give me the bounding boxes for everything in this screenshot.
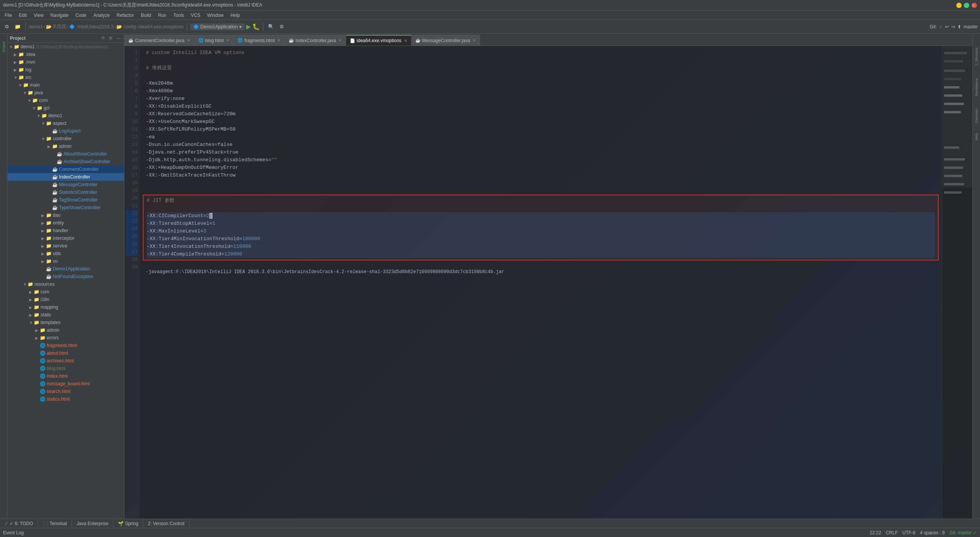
tab-spring[interactable]: 🌱 Spring — [113, 519, 143, 528]
tree-index-html[interactable]: ▶ 🌐 index.html — [8, 372, 124, 380]
tree-fragments-html[interactable]: ▶ 🌐 fragments.html — [8, 342, 124, 349]
tree-about[interactable]: ▶ ☕ AboutShowController — [8, 150, 124, 158]
project-icon[interactable]: Project — [0, 35, 8, 58]
menu-build[interactable]: Build — [138, 12, 154, 19]
tab-close-icon[interactable]: ✕ — [338, 38, 342, 43]
tree-mvn[interactable]: ▶ 📁 .mvn — [8, 58, 124, 66]
tab-close-icon[interactable]: ✕ — [404, 38, 407, 43]
debug-button[interactable]: 🐛 — [252, 23, 260, 30]
event-log-btn[interactable]: Event Log — [3, 530, 24, 535]
tab-todo[interactable]: ✓ ✓ 6: TODO — [0, 519, 38, 528]
tree-comment[interactable]: ▶ ☕ CommentController — [8, 165, 124, 173]
tree-mapping[interactable]: ▶ 📁 mapping — [8, 303, 124, 311]
tab-close-icon[interactable]: ✕ — [187, 38, 190, 43]
tree-search-html[interactable]: ▶ 🌐 search.html — [8, 388, 124, 395]
indent-indicator[interactable]: 4 spaces : 8 — [920, 530, 945, 535]
tree-demo1[interactable]: ▼ 📁 demo1 — [8, 112, 124, 120]
tree-gcl[interactable]: ▼ 📁 gcl — [8, 104, 124, 112]
tree-aspect[interactable]: ▼ 📁 aspect — [8, 120, 124, 127]
tree-blog-html[interactable]: ▶ 🌐 blog.html — [8, 365, 124, 372]
menu-view[interactable]: View — [31, 12, 47, 19]
persistence-icon[interactable]: Persistence — [973, 74, 980, 100]
menu-analyze[interactable]: Analyze — [90, 12, 113, 19]
tab-index-controller[interactable]: ☕ IndexController.java ✕ — [285, 35, 346, 46]
menu-run[interactable]: Run — [155, 12, 170, 19]
tree-logaspect[interactable]: ▶ ☕ LogAspect — [8, 127, 124, 135]
tree-statistics[interactable]: ▶ ☕ StatisticsController — [8, 188, 124, 196]
tree-resources[interactable]: ▼ 📁 resources — [8, 280, 124, 288]
tree-handler[interactable]: ▶ 📁 handler — [8, 227, 124, 234]
favorites-icon[interactable]: Favorites — [973, 104, 980, 127]
gear-icon[interactable]: ⚙ — [108, 35, 114, 41]
tree-utils[interactable]: ▶ 📁 utils — [8, 250, 124, 257]
tab-comment-controller[interactable]: ☕ CommentController.java ✕ — [124, 35, 194, 46]
search-everywhere-btn[interactable]: 🔍 — [266, 22, 276, 31]
tree-service[interactable]: ▶ 📁 service — [8, 242, 124, 250]
tree-statics-html[interactable]: ▶ 🌐 statics.html — [8, 395, 124, 403]
maximize-button[interactable]: □ — [964, 3, 969, 8]
tree-templates[interactable]: ▼ 📁 templates — [8, 319, 124, 326]
tree-i18n[interactable]: ▶ 📁 i18n — [8, 296, 124, 303]
tree-message-board-html[interactable]: ▶ 🌐 message_board.html — [8, 380, 124, 388]
tree-errors[interactable]: ▶ 📁 errors — [8, 334, 124, 342]
close-button[interactable]: ✕ — [972, 3, 977, 8]
toolbar-open-btn[interactable]: 📁 — [13, 22, 22, 31]
hide-btn[interactable]: — — [115, 35, 122, 41]
tree-src[interactable]: ▼ 📁 src — [8, 74, 124, 81]
menu-navigate[interactable]: Navigate — [47, 12, 72, 19]
menu-help[interactable]: Help — [227, 12, 243, 19]
tree-typeshow[interactable]: ▶ ☕ TypeShowController — [8, 204, 124, 211]
menu-code[interactable]: Code — [72, 12, 90, 19]
tree-interceptor[interactable]: ▶ 📁 interceptor — [8, 234, 124, 242]
git-undo-btn[interactable]: ↩ — [945, 24, 949, 29]
tree-admin[interactable]: ▶ 📁 admin — [8, 142, 124, 150]
tree-notfound[interactable]: ▶ ☕ NotFoundException — [8, 273, 124, 280]
tab-close-icon[interactable]: ✕ — [277, 38, 281, 43]
tab-idea64-vmoptions[interactable]: 📄 idea64.exe.vmoptions ✕ — [346, 35, 412, 46]
menu-refactor[interactable]: Refactor — [114, 12, 137, 19]
menu-tools[interactable]: Tools — [170, 12, 187, 19]
git-push-btn[interactable]: ⬆ — [957, 24, 961, 29]
editor-content[interactable]: 1 2 3 4 5 6 7 8 9 10 11 12 13 14 15 16 1… — [124, 46, 972, 519]
tree-entity[interactable]: ▶ 📁 entity — [8, 219, 124, 227]
menu-window[interactable]: Window — [204, 12, 227, 19]
tree-tagshow[interactable]: ▶ ☕ TagShowController — [8, 196, 124, 204]
breadcrumb-demo1[interactable]: demo1 — [29, 24, 43, 29]
menu-file[interactable]: File — [2, 12, 15, 19]
encoding-indicator[interactable]: UTF-8 — [902, 530, 915, 535]
run-config-selector[interactable]: 🔷 Demo1Application ▾ — [190, 23, 245, 30]
git-branch-status[interactable]: Git: master ✓ — [949, 530, 977, 535]
tree-archive[interactable]: ▶ ☕ ArchiveShowController — [8, 158, 124, 165]
tree-controller[interactable]: ▼ 📁 controller — [8, 135, 124, 142]
run-button[interactable]: ▶ — [246, 23, 251, 30]
tree-java[interactable]: ▼ 📁 java — [8, 89, 124, 97]
structure-icon[interactable]: Z_Structure — [973, 43, 980, 70]
tab-fragments[interactable]: 🌐 fragments.html ✕ — [234, 35, 284, 46]
tree-index[interactable]: ▶ ☕ IndexController — [8, 173, 124, 181]
sync-btn[interactable]: ⟳ — [100, 35, 106, 41]
tree-about-html[interactable]: ▶ 🌐 about.html — [8, 349, 124, 357]
line-col-indicator[interactable]: 22:22 — [870, 530, 881, 535]
tree-archives-html[interactable]: ▶ 🌐 archives.html — [8, 357, 124, 365]
tree-static[interactable]: ▶ 📁 static — [8, 311, 124, 319]
tab-close-icon[interactable]: ✕ — [472, 38, 476, 43]
tab-java-enterprise[interactable]: Java Enterprise — [72, 519, 113, 528]
tree-tmpl-admin[interactable]: ▶ 📁 admin — [8, 326, 124, 334]
toolbar-build-btn[interactable]: ⚙ — [2, 22, 11, 31]
tree-root[interactable]: ▼ 📁 demo1 D:\Github仓库\MyBlog-MyBatis\dem… — [8, 43, 124, 51]
tab-message-controller[interactable]: ☕ MessageController.java ✕ — [412, 35, 480, 46]
git-redo-btn[interactable]: ↪ — [951, 24, 955, 29]
tab-blog[interactable]: 🌐 blog.html ✕ — [194, 35, 234, 46]
tree-vo[interactable]: ▶ 📁 vo — [8, 257, 124, 265]
menu-vcs[interactable]: VCS — [188, 12, 204, 19]
tab-terminal[interactable]: ⬛ Terminal — [38, 519, 72, 528]
code-editor[interactable]: # custom IntelliJ IDEA VM options # 堆栈设置… — [140, 46, 942, 519]
tree-main[interactable]: ▼ 📁 main — [8, 81, 124, 89]
tree-demo1app[interactable]: ▶ ☕ Demo1Application — [8, 265, 124, 273]
tab-version-control[interactable]: 2: Version Control — [143, 519, 189, 528]
tree-com-res[interactable]: ▶ 📁 com — [8, 288, 124, 296]
tree-dao[interactable]: ▶ 📁 dao — [8, 211, 124, 219]
tree-com[interactable]: ▼ 📁 com — [8, 97, 124, 104]
tree-message[interactable]: ▶ ☕ MessageController — [8, 181, 124, 188]
menu-edit[interactable]: Edit — [16, 12, 30, 19]
